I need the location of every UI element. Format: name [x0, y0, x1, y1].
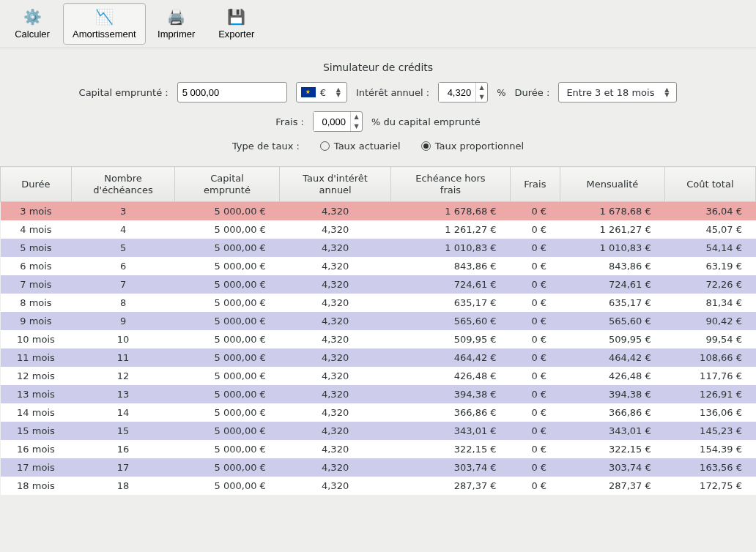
- cell-frais: 0 €: [510, 348, 560, 367]
- cell-ech: 303,74 €: [391, 458, 510, 477]
- col-capital[interactable]: Capitalemprunté: [175, 167, 280, 202]
- cell-duree: 3 mois: [1, 202, 72, 221]
- cell-cap: 5 000,00 €: [175, 440, 280, 458]
- cell-taux: 4,320: [279, 477, 390, 495]
- cell-ech: 394,38 €: [391, 385, 510, 403]
- cell-frais: 0 €: [510, 385, 560, 403]
- cell-duree: 11 mois: [1, 348, 72, 367]
- cell-mens: 1 261,27 €: [560, 220, 665, 239]
- chevron-down-icon[interactable]: ▼: [662, 92, 672, 97]
- table-row[interactable]: 14 mois145 000,00 €4,320366,86 €0 €366,8…: [1, 403, 756, 422]
- radio-label-proportionnel: Taux proportionnel: [435, 141, 524, 152]
- col-duree[interactable]: Durée: [1, 167, 72, 202]
- type-taux-label: Type de taux :: [232, 141, 300, 152]
- table-row[interactable]: 18 mois185 000,00 €4,320287,37 €0 €287,3…: [1, 477, 756, 495]
- col-frais[interactable]: Frais: [510, 167, 560, 202]
- table-row[interactable]: 15 mois155 000,00 €4,320343,01 €0 €343,0…: [1, 422, 756, 440]
- table-row[interactable]: 11 mois115 000,00 €4,320464,42 €0 €464,4…: [1, 348, 756, 367]
- capital-input[interactable]: [177, 82, 287, 102]
- table-row[interactable]: 6 mois65 000,00 €4,320843,86 €0 €843,86 …: [1, 257, 756, 275]
- cell-frais: 0 €: [510, 257, 560, 275]
- cell-taux: 4,320: [279, 385, 390, 403]
- cell-ech: 565,60 €: [391, 312, 510, 330]
- chevron-up-icon[interactable]: ▲: [476, 83, 487, 92]
- frais-input[interactable]: [314, 112, 350, 131]
- cell-cout: 81,34 €: [664, 294, 755, 312]
- currency-select[interactable]: € ▲▼: [296, 82, 347, 102]
- cell-taux: 4,320: [279, 348, 390, 367]
- table-row[interactable]: 17 mois175 000,00 €4,320303,74 €0 €303,7…: [1, 458, 756, 477]
- amortissement-button[interactable]: 📉 Amortissement: [63, 3, 146, 45]
- cell-taux: 4,320: [279, 330, 390, 348]
- exporter-button[interactable]: 💾 Exporter: [207, 3, 266, 45]
- cell-taux: 4,320: [279, 422, 390, 440]
- chevron-up-icon[interactable]: ▲: [351, 112, 362, 122]
- col-echeances[interactable]: Nombred'échéances: [71, 167, 174, 202]
- col-echeance[interactable]: Echéance horsfrais: [391, 167, 510, 202]
- radio-taux-proportionnel[interactable]: Taux proportionnel: [421, 141, 524, 152]
- cell-ech: 724,61 €: [391, 275, 510, 294]
- cell-frais: 0 €: [510, 330, 560, 348]
- duree-select[interactable]: Entre 3 et 18 mois ▲▼: [558, 82, 677, 102]
- interet-spinner[interactable]: ▲▼: [438, 82, 488, 102]
- radio-label-actuariel: Taux actuariel: [334, 141, 401, 152]
- cell-n: 4: [71, 220, 174, 239]
- cell-cout: 63,19 €: [664, 257, 755, 275]
- table-row[interactable]: 16 mois165 000,00 €4,320322,15 €0 €322,1…: [1, 440, 756, 458]
- cell-taux: 4,320: [279, 239, 390, 257]
- interet-label: Intérêt annuel :: [356, 87, 429, 98]
- cell-cout: 108,66 €: [664, 348, 755, 367]
- cell-mens: 724,61 €: [560, 275, 665, 294]
- cell-taux: 4,320: [279, 458, 390, 477]
- table-row[interactable]: 5 mois55 000,00 €4,3201 010,83 €0 €1 010…: [1, 239, 756, 257]
- interet-input[interactable]: [439, 83, 475, 102]
- cell-frais: 0 €: [510, 422, 560, 440]
- chevron-down-icon[interactable]: ▼: [351, 122, 362, 131]
- col-mensualite[interactable]: Mensualité: [560, 167, 665, 202]
- table-row[interactable]: 9 mois95 000,00 €4,320565,60 €0 €565,60 …: [1, 312, 756, 330]
- cell-n: 6: [71, 257, 174, 275]
- duree-label: Durée :: [515, 87, 550, 98]
- cell-ech: 635,17 €: [391, 294, 510, 312]
- cell-duree: 18 mois: [1, 477, 72, 495]
- percent-label: %: [497, 87, 505, 98]
- cell-taux: 4,320: [279, 403, 390, 422]
- cell-mens: 426,48 €: [560, 367, 665, 385]
- table-row[interactable]: 8 mois85 000,00 €4,320635,17 €0 €635,17 …: [1, 294, 756, 312]
- col-taux[interactable]: Taux d'intérêtannuel: [279, 167, 390, 202]
- frais-label: Frais :: [275, 116, 304, 127]
- cell-n: 14: [71, 403, 174, 422]
- table-row[interactable]: 3 mois35 000,00 €4,3201 678,68 €0 €1 678…: [1, 202, 756, 221]
- table-row[interactable]: 13 mois135 000,00 €4,320394,38 €0 €394,3…: [1, 385, 756, 403]
- cell-duree: 8 mois: [1, 294, 72, 312]
- cell-cap: 5 000,00 €: [175, 220, 280, 239]
- table-row[interactable]: 12 mois125 000,00 €4,320426,48 €0 €426,4…: [1, 367, 756, 385]
- cell-taux: 4,320: [279, 202, 390, 221]
- cell-ech: 464,42 €: [391, 348, 510, 367]
- table-row[interactable]: 4 mois45 000,00 €4,3201 261,27 €0 €1 261…: [1, 220, 756, 239]
- col-cout[interactable]: Coût total: [664, 167, 755, 202]
- eu-flag-icon: [301, 87, 316, 97]
- cell-mens: 1 678,68 €: [560, 202, 665, 221]
- cell-cap: 5 000,00 €: [175, 422, 280, 440]
- cell-mens: 394,38 €: [560, 385, 665, 403]
- cell-duree: 12 mois: [1, 367, 72, 385]
- cell-duree: 13 mois: [1, 385, 72, 403]
- chevron-down-icon[interactable]: ▼: [333, 92, 344, 97]
- imprimer-label: Imprimer: [158, 29, 195, 40]
- cell-mens: 303,74 €: [560, 458, 665, 477]
- cell-mens: 287,37 €: [560, 477, 665, 495]
- cell-mens: 509,95 €: [560, 330, 665, 348]
- cell-mens: 1 010,83 €: [560, 239, 665, 257]
- frais-spinner[interactable]: ▲▼: [313, 111, 363, 132]
- cell-mens: 843,86 €: [560, 257, 665, 275]
- cell-cout: 145,23 €: [664, 422, 755, 440]
- table-row[interactable]: 7 mois75 000,00 €4,320724,61 €0 €724,61 …: [1, 275, 756, 294]
- cell-mens: 635,17 €: [560, 294, 665, 312]
- cell-frais: 0 €: [510, 294, 560, 312]
- calculer-button[interactable]: ⚙️ Calculer: [3, 3, 62, 45]
- imprimer-button[interactable]: 🖨️ Imprimer: [147, 3, 206, 45]
- chevron-down-icon[interactable]: ▼: [476, 92, 487, 102]
- table-row[interactable]: 10 mois105 000,00 €4,320509,95 €0 €509,9…: [1, 330, 756, 348]
- radio-taux-actuariel[interactable]: Taux actuariel: [320, 141, 401, 152]
